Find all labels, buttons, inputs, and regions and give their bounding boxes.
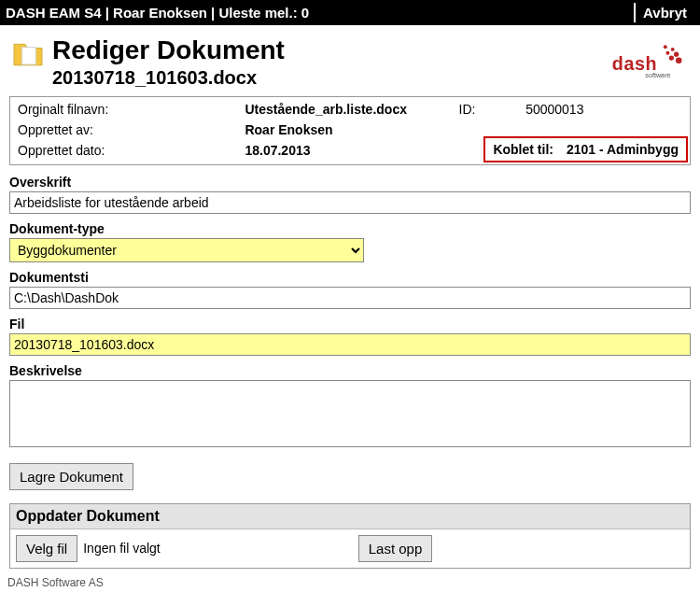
svg-rect-0 (21, 48, 35, 64)
created-date-value: 18.07.2013 (243, 140, 456, 161)
save-button[interactable]: Lagre Dokument (9, 463, 133, 490)
fil-input[interactable]: 20130718_101603.docx (9, 333, 691, 356)
doksti-input[interactable]: C:\Dash\DashDok (9, 287, 691, 309)
created-by-label: Opprettet av: (16, 120, 243, 140)
cancel-button[interactable]: Avbryt (634, 3, 694, 22)
update-heading: Oppdater Dokument (10, 504, 690, 529)
doktype-select[interactable]: Byggdokumenter (9, 238, 364, 262)
linked-to-value: 2101 - Adminbygg (567, 142, 679, 157)
details-box: Orginalt filnavn: Utestående_arb.liste.d… (9, 96, 691, 165)
page-subtitle: 20130718_101603.docx (52, 67, 285, 89)
footer: DASH Software AS (0, 572, 700, 593)
svg-point-1 (664, 45, 667, 49)
linked-to-box: Koblet til: 2101 - Adminbygg (483, 136, 688, 162)
upload-button[interactable]: Last opp (358, 535, 433, 562)
id-label: ID: (457, 99, 525, 120)
update-box: Oppdater Dokument Velg fil Ingen fil val… (9, 503, 691, 569)
orig-filename-label: Orginalt filnavn: (16, 99, 243, 120)
doksti-label: Dokumentsti (9, 270, 691, 285)
dash-logo: dash software (579, 36, 691, 84)
beskrivelse-label: Beskrivelse (9, 363, 691, 378)
overskrift-label: Overskrift (9, 175, 691, 190)
svg-point-2 (671, 48, 675, 51)
svg-text:software: software (645, 71, 670, 79)
topbar-title: DASH EAM S4 | Roar Enoksen | Uleste mel.… (6, 5, 309, 21)
folder-icon (9, 36, 47, 77)
fil-label: Fil (9, 317, 691, 331)
orig-filename-value: Utestående_arb.liste.docx (243, 99, 456, 120)
doktype-label: Dokument-type (9, 221, 691, 236)
id-value: 50000013 (524, 99, 684, 120)
linked-to-label: Koblet til: (493, 142, 553, 157)
created-by-value: Roar Enoksen (243, 120, 456, 140)
svg-point-6 (676, 57, 682, 63)
overskrift-input[interactable] (9, 191, 691, 214)
choose-file-button[interactable]: Velg fil (16, 535, 77, 562)
svg-point-5 (669, 55, 674, 60)
created-date-label: Opprettet dato: (16, 140, 243, 161)
no-file-label: Ingen fil valgt (83, 541, 161, 556)
page-title: Rediger Dokument (52, 36, 285, 65)
svg-point-3 (665, 51, 669, 55)
topbar: DASH EAM S4 | Roar Enoksen | Uleste mel.… (0, 0, 700, 25)
svg-point-4 (674, 52, 679, 57)
beskrivelse-textarea[interactable] (9, 380, 691, 447)
